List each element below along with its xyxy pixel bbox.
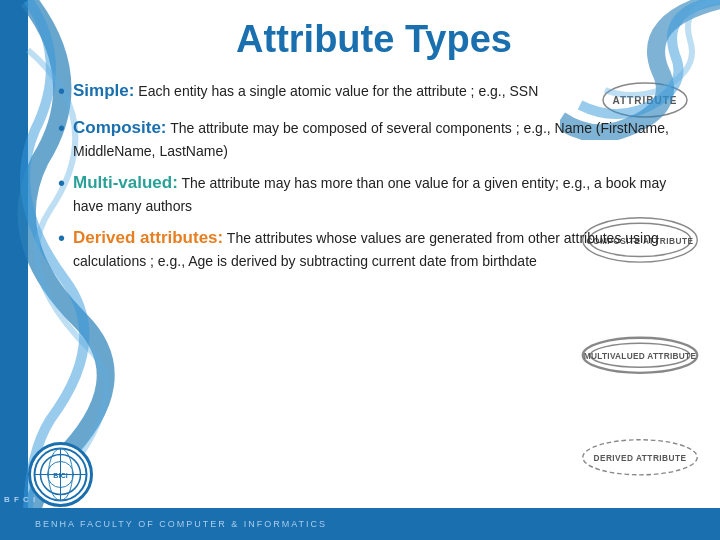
- keyword-simple: Simple:: [73, 81, 134, 100]
- page-title: Attribute Types: [58, 18, 690, 61]
- bullet-dot: •: [58, 224, 65, 253]
- list-item: • Composite: The attribute may be compos…: [58, 116, 690, 161]
- list-item: • Simple: Each entity has a single atomi…: [58, 79, 690, 106]
- keyword-multivalued: Multi-valued:: [73, 173, 178, 192]
- bullet-content: Multi-valued: The attribute may has more…: [73, 171, 690, 216]
- keyword-derived: Derived attributes:: [73, 228, 223, 247]
- keyword-composite: Composite:: [73, 118, 167, 137]
- bullet-content: Composite: The attribute may be composed…: [73, 116, 690, 161]
- bullet-content: Derived attributes: The attributes whose…: [73, 226, 690, 271]
- logo: BfCI: [28, 442, 98, 512]
- bullet-dot: •: [58, 114, 65, 143]
- text-simple: Each entity has a single atomic value fo…: [134, 83, 538, 99]
- slide: Attribute Types • Simple: Each entity ha…: [0, 0, 720, 540]
- bullet-content: Simple: Each entity has a single atomic …: [73, 79, 690, 104]
- main-content: Attribute Types • Simple: Each entity ha…: [28, 0, 720, 508]
- bottom-bar: Benha faculty of computer & Informatics: [0, 508, 720, 540]
- bottom-bar-text: Benha faculty of computer & Informatics: [35, 519, 327, 529]
- list-item: • Multi-valued: The attribute may has mo…: [58, 171, 690, 216]
- bullet-list: • Simple: Each entity has a single atomi…: [58, 79, 690, 271]
- logo-circle: BfCI: [28, 442, 93, 507]
- bullet-dot: •: [58, 169, 65, 198]
- bfci-label: B F C I: [4, 495, 36, 504]
- bullet-dot: •: [58, 77, 65, 106]
- svg-text:BfCI: BfCI: [53, 472, 67, 479]
- list-item: • Derived attributes: The attributes who…: [58, 226, 690, 271]
- svg-rect-0: [0, 0, 28, 540]
